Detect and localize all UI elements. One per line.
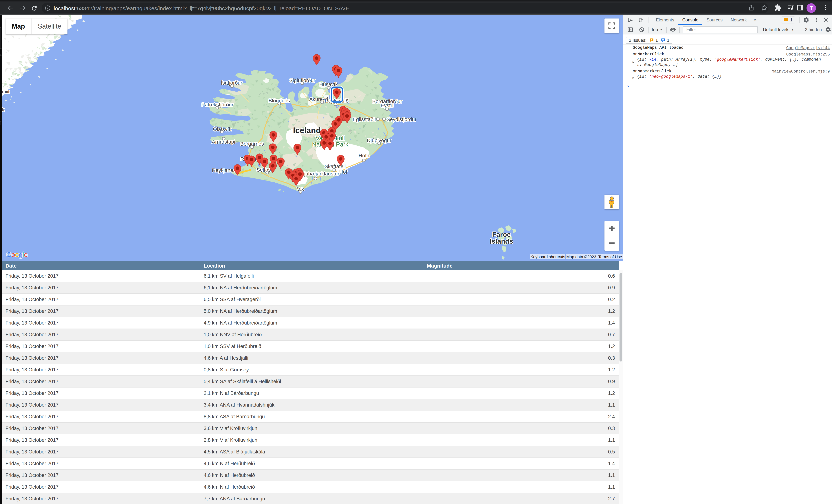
svg-text:Skaftafell: Skaftafell [324, 164, 345, 169]
svg-text:Google: Google [6, 251, 27, 258]
svg-text:Iceland: Iceland [293, 126, 321, 135]
svg-text:k: k [2, 107, 5, 112]
svg-text:Seydisfjordur: Seydisfjordur [387, 116, 416, 122]
svg-text:Eystri: Eystri [381, 103, 393, 108]
svg-text:Faroe: Faroe [492, 231, 511, 238]
svg-text:miit: miit [2, 89, 9, 94]
svg-text:Höfn: Höfn [359, 153, 369, 159]
svg-text:Reykjanes: Reykjanes [212, 167, 236, 173]
svg-text:Islands: Islands [490, 237, 513, 245]
svg-text:Egilsstaðir: Egilsstaðir [353, 116, 376, 122]
